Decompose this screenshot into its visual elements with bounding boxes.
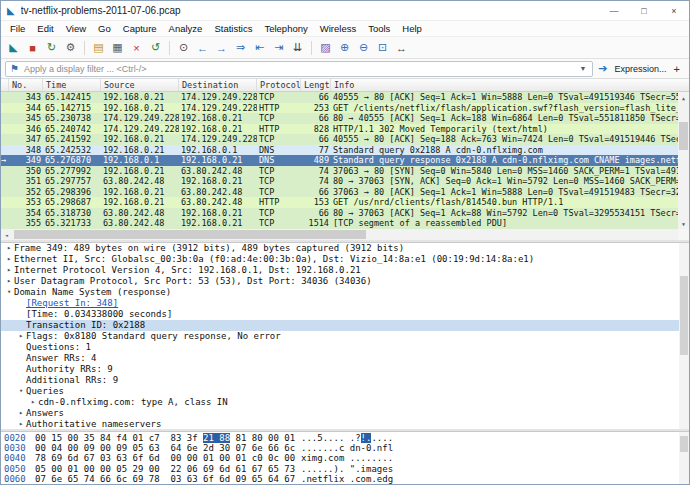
go-forward-icon[interactable]: → bbox=[213, 39, 230, 56]
expander-icon[interactable]: ▸ bbox=[4, 276, 14, 287]
packet-row-344[interactable]: 34465.142715192.168.0.21174.129.249.228H… bbox=[1, 103, 678, 114]
expander-icon[interactable]: ▸ bbox=[4, 265, 14, 276]
bytes-vscroll-thumb[interactable] bbox=[680, 436, 688, 452]
column-header-destination[interactable]: Destination bbox=[179, 79, 257, 91]
detail-line[interactable]: [Request In: 348] bbox=[1, 298, 679, 309]
expander-icon[interactable]: ▸ bbox=[16, 408, 26, 419]
go-last-icon[interactable]: ⇥ bbox=[270, 39, 287, 56]
packet-row-343[interactable]: 34365.142415192.168.0.21174.129.249.228T… bbox=[1, 92, 678, 103]
zoom-100-icon[interactable]: ⊡ bbox=[374, 39, 391, 56]
detail-line[interactable]: Answer RRs: 4 bbox=[1, 353, 679, 364]
detail-line[interactable]: ▸cdn-0.nflximg.com: type A, class IN bbox=[1, 397, 679, 408]
hex-row-0040[interactable]: 004078 69 6d 67 03 63 6f 6d 00 00 01 00 … bbox=[1, 453, 679, 463]
find-packet-icon[interactable]: ⊙ bbox=[175, 39, 192, 56]
detail-line[interactable]: ▸User Datagram Protocol, Src Port: 53 (5… bbox=[1, 276, 679, 287]
packet-row-347[interactable]: 34765.241592192.168.0.21174.129.249.228T… bbox=[1, 134, 678, 145]
packet-row-353[interactable]: 35365.298687192.168.0.2163.80.242.48HTTP… bbox=[1, 197, 678, 208]
packet-row-352[interactable]: 35265.298396192.168.0.2163.80.242.48TCP6… bbox=[1, 187, 678, 198]
column-header-no[interactable]: No. bbox=[9, 79, 43, 91]
filter-apply-icon[interactable]: ➔ bbox=[598, 63, 607, 74]
packet-row-346[interactable]: 34665.240742174.129.249.228192.168.0.21H… bbox=[1, 124, 678, 135]
auto-scroll-icon[interactable]: ⇊ bbox=[289, 39, 306, 56]
maximize-button[interactable]: □ bbox=[629, 1, 659, 20]
column-header-source[interactable]: Source bbox=[101, 79, 179, 91]
menu-file[interactable]: File bbox=[4, 23, 31, 34]
hex-row-0060[interactable]: 006007 6e 65 74 66 6c 69 78 03 63 6f 6d … bbox=[1, 474, 679, 484]
menu-analyze[interactable]: Analyze bbox=[163, 23, 209, 34]
save-file-icon[interactable]: ▦ bbox=[109, 39, 126, 56]
detail-line[interactable]: ▸Ethernet II, Src: Globalsc_00:3b:0a (f0… bbox=[1, 254, 679, 265]
go-to-packet-icon[interactable]: ⇒ bbox=[232, 39, 249, 56]
detail-line[interactable]: ▸Flags: 0x8180 Standard query response, … bbox=[1, 331, 679, 342]
close-file-icon[interactable]: × bbox=[128, 39, 145, 56]
menu-wireless[interactable]: Wireless bbox=[314, 23, 362, 34]
stop-capture-icon[interactable]: ■ bbox=[24, 39, 41, 56]
menu-go[interactable]: Go bbox=[92, 23, 117, 34]
packet-row-349[interactable]: →34965.276870192.168.0.1192.168.0.21DNS4… bbox=[1, 155, 678, 166]
close-button[interactable]: × bbox=[659, 1, 689, 20]
expression-button[interactable]: Expression... bbox=[615, 64, 667, 74]
packet-row-348[interactable]: 34865.242532192.168.0.21192.168.0.1DNS77… bbox=[1, 145, 678, 156]
expander-icon[interactable]: ▸ bbox=[16, 419, 26, 429]
details-vscrollbar[interactable] bbox=[679, 243, 689, 429]
zoom-in-icon[interactable]: ⊕ bbox=[336, 39, 353, 56]
expander-icon[interactable]: ▸ bbox=[4, 243, 14, 254]
open-file-icon[interactable]: ▤ bbox=[90, 39, 107, 56]
menu-view[interactable]: View bbox=[60, 23, 92, 34]
expander-icon[interactable]: ▾ bbox=[4, 287, 14, 298]
menu-statistics[interactable]: Statistics bbox=[208, 23, 258, 34]
menu-capture[interactable]: Capture bbox=[117, 23, 163, 34]
detail-line[interactable]: ▸Authoritative nameservers bbox=[1, 419, 679, 429]
details-vscroll-thumb[interactable] bbox=[680, 276, 688, 354]
scroll-up-icon[interactable]: ▲ bbox=[678, 92, 689, 103]
packet-row-350[interactable]: 35065.277992192.168.0.2163.80.242.48TCP7… bbox=[1, 166, 678, 177]
detail-line[interactable]: [Time: 0.034338000 seconds] bbox=[1, 309, 679, 320]
expander-icon[interactable]: ▸ bbox=[4, 254, 14, 265]
go-first-icon[interactable]: ⇤ bbox=[251, 39, 268, 56]
bytes-vscrollbar[interactable] bbox=[679, 432, 689, 484]
detail-line[interactable]: Questions: 1 bbox=[1, 342, 679, 353]
expander-icon[interactable]: ▸ bbox=[28, 397, 38, 408]
display-filter-input[interactable]: ⚑ Apply a display filter ... <Ctrl-/> ▼ bbox=[5, 61, 593, 77]
detail-line[interactable]: Additional RRs: 9 bbox=[1, 375, 679, 386]
detail-line[interactable]: Transaction ID: 0x2188 bbox=[1, 320, 679, 331]
vscroll-thumb[interactable] bbox=[679, 122, 688, 149]
detail-line[interactable]: ▾Domain Name System (response) bbox=[1, 287, 679, 298]
colorize-icon[interactable]: ▨ bbox=[317, 39, 334, 56]
column-header-info[interactable]: Info bbox=[331, 79, 689, 91]
packet-list-hscrollbar[interactable]: ◄ bbox=[1, 229, 678, 240]
column-header-time[interactable]: Time bbox=[43, 79, 101, 91]
hex-row-0030[interactable]: 003000 04 00 09 00 09 05 63 64 6e 2d 30 … bbox=[1, 443, 679, 453]
column-header-protocol[interactable]: Protocol bbox=[257, 79, 301, 91]
capture-options-icon[interactable]: ⚙ bbox=[62, 39, 79, 56]
packet-row-351[interactable]: 35165.29775763.80.242.48192.168.0.21TCP7… bbox=[1, 176, 678, 187]
menu-edit[interactable]: Edit bbox=[31, 23, 59, 34]
detail-line[interactable]: Authority RRs: 9 bbox=[1, 364, 679, 375]
filter-bookmark-icon[interactable]: ⚑ bbox=[10, 64, 19, 74]
packet-row-354[interactable]: 35465.31873063.80.242.48192.168.0.21TCP6… bbox=[1, 208, 678, 219]
resize-columns-icon[interactable]: ↔ bbox=[393, 39, 410, 56]
packet-row-355[interactable]: 35565.32173363.80.242.48192.168.0.21TCP1… bbox=[1, 218, 678, 229]
filter-history-dropdown-icon[interactable]: ▼ bbox=[577, 65, 588, 72]
scroll-left-icon[interactable]: ◄ bbox=[1, 229, 12, 240]
detail-line[interactable]: ▾Queries bbox=[1, 386, 679, 397]
menu-help[interactable]: Help bbox=[396, 23, 428, 34]
scroll-down-icon[interactable]: ▼ bbox=[678, 218, 689, 229]
expander-icon[interactable]: ▸ bbox=[16, 331, 26, 342]
go-back-icon[interactable]: ← bbox=[194, 39, 211, 56]
packet-list-vscrollbar[interactable]: ▲ ▼ bbox=[678, 92, 689, 229]
hex-row-0020[interactable]: 002000 15 00 35 84 f4 01 c7 83 3f 21 88 … bbox=[1, 433, 679, 443]
detail-line[interactable]: ▸Answers bbox=[1, 408, 679, 419]
hscroll-thumb[interactable] bbox=[14, 230, 366, 239]
reload-file-icon[interactable]: ↺ bbox=[147, 39, 164, 56]
hex-row-0050[interactable]: 005005 00 01 00 00 05 29 00 22 06 69 6d … bbox=[1, 464, 679, 474]
column-header-length[interactable]: Length bbox=[301, 79, 331, 91]
packet-row-345[interactable]: 34565.230738174.129.249.228192.168.0.21T… bbox=[1, 113, 678, 124]
detail-line[interactable]: ▸Internet Protocol Version 4, Src: 192.1… bbox=[1, 265, 679, 276]
start-capture-icon[interactable]: ◣ bbox=[5, 39, 22, 56]
add-filter-button[interactable]: + bbox=[674, 63, 680, 75]
zoom-out-icon[interactable]: ⊖ bbox=[355, 39, 372, 56]
minimize-button[interactable]: — bbox=[599, 1, 629, 20]
detail-line[interactable]: ▸Frame 349: 489 bytes on wire (3912 bits… bbox=[1, 243, 679, 254]
menu-tools[interactable]: Tools bbox=[362, 23, 396, 34]
